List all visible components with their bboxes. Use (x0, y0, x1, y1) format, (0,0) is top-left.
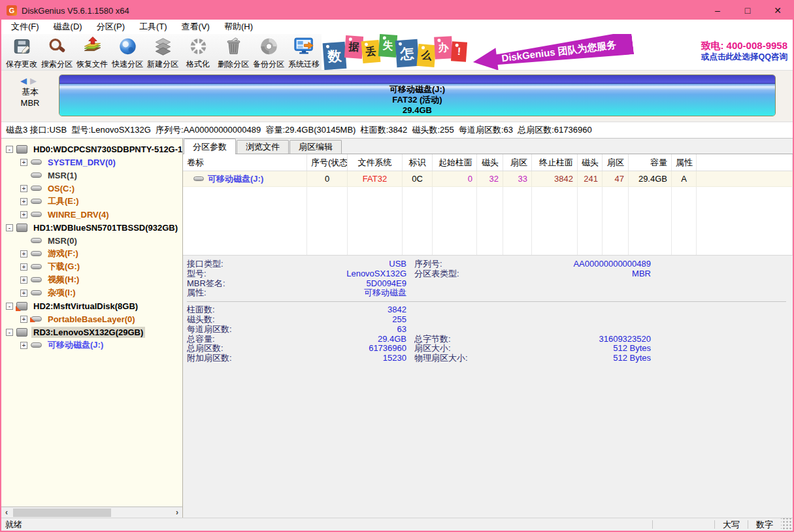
field-label: 柱面数: (187, 305, 290, 315)
tree-item[interactable]: +视频(H:) (1, 273, 182, 286)
field-label (414, 279, 512, 289)
menu-item-3[interactable]: 工具(T) (132, 20, 174, 34)
column-header[interactable]: 终止柱面 (532, 154, 578, 171)
collapse-icon[interactable]: - (6, 329, 13, 336)
column-header[interactable]: 序号(状态) (307, 154, 348, 171)
tab-2[interactable]: 扇区编辑 (289, 140, 342, 154)
menu-item-1[interactable]: 磁盘(D) (46, 20, 90, 34)
tree-item[interactable]: MSR(0) (1, 234, 182, 247)
ad-qq-link[interactable]: 或点击此处选择QQ咨询 (701, 52, 787, 62)
tree-item[interactable]: +WINRE_DRV(4) (1, 208, 182, 221)
partition-name: 可移动磁盘(J:) (389, 84, 445, 95)
tree-item[interactable]: +可移动磁盘(J:) (1, 339, 182, 352)
column-header[interactable]: 起始柱面 (433, 154, 477, 171)
volume-label: 可移动磁盘(J:) (208, 174, 263, 184)
tree-item[interactable]: +游戏(F:) (1, 247, 182, 260)
maximize-button[interactable]: □ (733, 1, 763, 20)
expand-icon[interactable]: + (20, 263, 27, 271)
tree-horizontal-scrollbar[interactable]: ‹ › (1, 507, 182, 518)
resize-grip[interactable] (781, 518, 793, 531)
tree-item[interactable]: +SYSTEM_DRV(0) (1, 156, 182, 169)
disk-icon (16, 302, 27, 310)
tree-item[interactable]: -RD3:LenovoSX132G(29GB) (1, 325, 182, 339)
table-cell: A (672, 171, 697, 186)
toolbar: 保存更改搜索分区恢复文件快速分区新建分区格式化删除分区备份分区系统迁移 数据丢失… (1, 34, 793, 71)
toolbar-button-label: 删除分区 (218, 59, 249, 70)
toolbar-button-format[interactable]: 格式化 (180, 35, 216, 70)
expand-icon[interactable]: + (20, 185, 27, 192)
tab-0[interactable]: 分区参数 (184, 139, 236, 154)
ad-arrow-banner: DiskGenius 团队为您服务 (472, 34, 635, 70)
toolbar-button-backup[interactable]: 备份分区 (251, 35, 286, 70)
ad-contact[interactable]: 致电: 400-008-9958 或点击此处选择QQ咨询 (701, 39, 787, 62)
column-header[interactable]: 卷标 (183, 154, 307, 171)
column-header[interactable]: 属性 (672, 154, 697, 171)
column-header[interactable]: 磁头 (578, 154, 603, 171)
partition-table-row[interactable]: 可移动磁盘(J:)0FAT320C0323338422414729.4GBA (183, 171, 793, 187)
menu-item-5[interactable]: 帮助(H) (217, 20, 260, 34)
tree-item[interactable]: MSR(1) (1, 169, 182, 182)
column-header[interactable]: 扇区 (503, 154, 532, 171)
toolbar-button-quick[interactable]: 快速分区 (110, 35, 145, 70)
tree-item[interactable]: +下载(G:) (1, 260, 182, 273)
toolbar-button-search[interactable]: 搜索分区 (39, 35, 74, 70)
tree-item[interactable]: -HD2:MsftVirtualDisk(8GB) (1, 299, 182, 312)
menu-item-0[interactable]: 文件(F) (4, 20, 46, 34)
expand-icon[interactable]: + (20, 211, 27, 218)
tree-item[interactable]: +PortableBaseLayer(0) (1, 312, 182, 325)
prev-disk-icon[interactable]: ◀ (20, 76, 30, 86)
scroll-right-icon[interactable]: › (172, 508, 182, 518)
collapse-icon[interactable]: - (6, 146, 13, 153)
window-title: DiskGenius V5.6.1.1580 x64 (22, 6, 129, 16)
field-value: 5D0094E9 (290, 279, 406, 289)
disk-icon (16, 224, 27, 232)
quick-icon (118, 37, 138, 59)
tree-item[interactable]: +OS(C:) (1, 182, 182, 195)
table-cell: 0 (433, 171, 477, 186)
menu-item-2[interactable]: 分区(P) (90, 20, 132, 34)
collapse-icon[interactable]: - (6, 224, 13, 231)
toolbar-button-new[interactable]: 新建分区 (145, 35, 180, 70)
toolbar-button-save[interactable]: 保存更改 (4, 35, 39, 70)
partition-icon (31, 186, 42, 191)
scrollbar-thumb[interactable] (13, 508, 111, 517)
tab-1[interactable]: 浏览文件 (237, 140, 289, 154)
expand-icon[interactable]: + (20, 342, 27, 349)
column-header[interactable]: 磁头 (477, 154, 503, 171)
scroll-left-icon[interactable]: ‹ (1, 508, 12, 518)
toolbar-button-recover[interactable]: 恢复文件 (74, 35, 110, 70)
tree-item-label: HD1:WDBlueSN5701TBSSD(932GB) (31, 222, 180, 233)
column-header[interactable]: 文件系统 (348, 154, 403, 171)
tree-item[interactable]: -HD0:WDCPCSN730SDBPNTY-512G-11 (1, 142, 182, 156)
format-icon (188, 37, 208, 59)
field-value: 可移动磁盘 (290, 288, 406, 298)
status-ready-label: 就绪 (1, 519, 652, 531)
partition-block[interactable]: 可移动磁盘(J:) FAT32 (活动) 29.4GB (59, 75, 776, 116)
table-cell: 29.4GB (629, 171, 672, 186)
tree-item[interactable]: +杂项(I:) (1, 286, 182, 299)
tree-item[interactable]: -HD1:WDBlueSN5701TBSSD(932GB) (1, 221, 182, 234)
expand-icon[interactable]: + (20, 316, 27, 323)
column-header[interactable]: 容量 (629, 154, 672, 171)
status-num-indicator: 数字 (748, 519, 781, 531)
tree-item[interactable]: +工具(E:) (1, 195, 182, 208)
close-button[interactable]: ✕ (763, 1, 793, 20)
toolbar-button-migrate[interactable]: 系统迁移 (286, 35, 322, 70)
next-disk-icon[interactable]: ▶ (30, 76, 40, 86)
collapse-icon[interactable]: - (6, 303, 13, 310)
expand-icon[interactable]: + (20, 159, 27, 166)
partition-icon (31, 264, 42, 269)
expand-icon[interactable]: + (20, 276, 27, 284)
field-label: 总容量: (187, 335, 290, 344)
minimize-button[interactable]: – (703, 1, 733, 20)
toolbar-button-delete[interactable]: 删除分区 (216, 35, 251, 70)
expand-icon[interactable]: + (20, 290, 27, 297)
menu-item-4[interactable]: 查看(V) (174, 20, 217, 34)
table-cell: FAT32 (348, 171, 403, 186)
expand-icon[interactable]: + (20, 198, 27, 205)
expand-icon[interactable]: + (20, 250, 27, 258)
table-header: 卷标序号(状态)文件系统标识起始柱面磁头扇区终止柱面磁头扇区容量属性 (183, 154, 793, 171)
column-header[interactable]: 扇区 (603, 154, 629, 171)
ad-banner[interactable]: 数据丢失怎么办! DiskGenius 团队为您服务 致电: 400-008-9… (322, 34, 793, 70)
column-header[interactable]: 标识 (403, 154, 433, 171)
